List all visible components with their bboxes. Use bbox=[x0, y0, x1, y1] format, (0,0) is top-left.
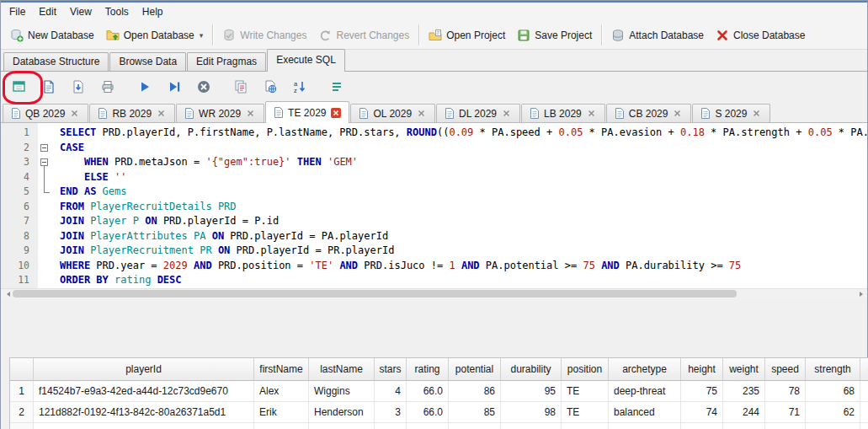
column-header-playerid[interactable]: playerId bbox=[34, 358, 254, 381]
row-number[interactable]: 1 bbox=[10, 381, 34, 402]
editor-horizontal-scrollbar[interactable] bbox=[1, 288, 867, 299]
cell-stars[interactable]: 4 bbox=[375, 381, 407, 402]
new-database-button[interactable]: New Database bbox=[5, 25, 99, 46]
execute-current-line-button[interactable] bbox=[162, 75, 187, 99]
column-header-weight[interactable]: weight bbox=[723, 358, 765, 381]
cell-durability[interactable]: 98 bbox=[501, 402, 562, 423]
row-number[interactable]: 2 bbox=[10, 402, 34, 423]
stop-button[interactable] bbox=[191, 75, 216, 99]
cell-evasion[interactable] bbox=[860, 381, 868, 402]
column-header-speed[interactable]: speed bbox=[765, 358, 806, 381]
sql-tab-ol-2029[interactable]: OL 2029 bbox=[350, 104, 435, 122]
open-database-dropdown-arrow-icon[interactable]: ▾ bbox=[200, 31, 204, 40]
code-line[interactable]: JOIN PlayerAttributes PA ON PRD.playerId… bbox=[60, 229, 867, 244]
column-header-stars[interactable]: stars bbox=[375, 358, 407, 381]
attach-database-button[interactable]: Attach Database bbox=[606, 25, 709, 46]
scrollbar-thumb[interactable] bbox=[13, 290, 737, 298]
tab-browse-data[interactable]: Browse Data bbox=[109, 52, 186, 71]
cell-weight[interactable]: 244 bbox=[723, 402, 765, 423]
close-tab-icon[interactable] bbox=[245, 108, 256, 119]
code-line[interactable]: ORDER BY rating DESC bbox=[60, 273, 867, 288]
close-tab-icon[interactable] bbox=[156, 108, 167, 119]
cell-speed[interactable]: 78 bbox=[765, 381, 806, 402]
cell-strength[interactable]: 62 bbox=[806, 402, 860, 423]
cell-height[interactable]: 75 bbox=[681, 381, 723, 402]
column-header-height[interactable]: height bbox=[681, 358, 723, 381]
code-line[interactable]: JOIN PlayerRecruitment PR ON PRD.playerI… bbox=[60, 244, 867, 259]
cell-speed[interactable]: 70 bbox=[765, 423, 806, 429]
column-header-evasion[interactable]: evasion bbox=[860, 358, 868, 381]
column-header-lastname[interactable]: lastName bbox=[309, 358, 375, 381]
column-header-position[interactable]: position bbox=[562, 358, 609, 381]
code-line[interactable]: SELECT PRD.playerId, P.firstName, P.last… bbox=[60, 126, 867, 141]
cell-firstname[interactable]: Erik bbox=[254, 402, 309, 423]
tab-edit-pragmas[interactable]: Edit Pragmas bbox=[187, 52, 266, 71]
sql-tab-s-2029[interactable]: S 2029 bbox=[692, 104, 770, 122]
code-line[interactable]: ELSE '' bbox=[60, 170, 867, 185]
menu-tools[interactable]: Tools bbox=[99, 3, 136, 21]
editor-code[interactable]: SELECT PRD.playerId, P.firstName, P.last… bbox=[53, 123, 867, 288]
code-line[interactable]: JOIN Player P ON PRD.playerId = P.id bbox=[60, 214, 867, 229]
show-log-button[interactable] bbox=[324, 75, 349, 99]
cell-potential[interactable]: 86 bbox=[449, 381, 501, 402]
column-header-durability[interactable]: durability bbox=[501, 358, 562, 381]
column-header-rating[interactable]: rating bbox=[407, 358, 449, 381]
cell-playerid[interactable]: 121d882f-0192-4f13-842c-80a26371a5d1 bbox=[34, 402, 254, 423]
close-tab-icon[interactable] bbox=[501, 108, 512, 119]
cell-rating[interactable]: 66.0 bbox=[407, 381, 449, 402]
column-header-archetype[interactable]: archetype bbox=[609, 358, 681, 381]
cell-archetype[interactable]: blocking bbox=[609, 423, 681, 429]
cell-stars[interactable]: 4 bbox=[375, 423, 407, 429]
save-project-button[interactable]: Save Project bbox=[512, 25, 597, 46]
sql-tab-lb-2029[interactable]: LB 2029 bbox=[521, 104, 605, 122]
cell-height[interactable]: 74 bbox=[681, 402, 723, 423]
close-tab-icon[interactable] bbox=[330, 107, 341, 118]
print-button[interactable] bbox=[95, 75, 120, 99]
fold-marker-icon[interactable] bbox=[40, 158, 48, 166]
open-database-button[interactable]: Open Database▾ bbox=[101, 25, 209, 46]
open-sql-file-button[interactable] bbox=[36, 75, 61, 99]
code-line[interactable]: CASE bbox=[60, 141, 867, 156]
cell-weight[interactable]: 248 bbox=[723, 423, 765, 429]
scroll-right-arrow-icon[interactable] bbox=[856, 290, 866, 298]
cell-rating[interactable]: 66.0 bbox=[407, 402, 449, 423]
sort-results-button[interactable]: az bbox=[287, 75, 312, 99]
sql-tab-cb-2029[interactable]: CB 2029 bbox=[606, 104, 692, 122]
cell-archetype[interactable]: deep-threat bbox=[609, 381, 681, 402]
menu-edit[interactable]: Edit bbox=[32, 3, 63, 21]
code-line[interactable]: WHEN PRD.metaJson = '{"gem":true}' THEN … bbox=[60, 155, 867, 170]
sql-tab-rb-2029[interactable]: RB 2029 bbox=[89, 104, 175, 122]
cell-strength[interactable]: 70 bbox=[806, 423, 860, 429]
scroll-left-arrow-icon[interactable] bbox=[2, 290, 12, 298]
new-sql-tab-button[interactable] bbox=[7, 75, 32, 99]
cell-potential[interactable]: 84 bbox=[449, 423, 501, 429]
code-line[interactable]: END AS Gems bbox=[60, 185, 867, 200]
cell-position[interactable]: TE bbox=[562, 402, 609, 423]
row-number[interactable]: 3 bbox=[10, 423, 34, 429]
column-header-firstname[interactable]: firstName bbox=[254, 358, 309, 381]
fold-marker-icon[interactable] bbox=[40, 144, 48, 152]
close-tab-icon[interactable] bbox=[751, 108, 762, 119]
cell-playerid[interactable]: 7ad26235-0f91-4c3d-8b1a-5e2d41c87f63 bbox=[34, 423, 254, 429]
open-project-button[interactable]: Open Project bbox=[423, 25, 510, 46]
cell-durability[interactable]: 95 bbox=[501, 381, 562, 402]
sql-tab-wr-2029[interactable]: WR 2029 bbox=[176, 104, 264, 122]
close-tab-icon[interactable] bbox=[69, 108, 80, 119]
cell-speed[interactable]: 71 bbox=[765, 402, 806, 423]
close-database-button[interactable]: Close Database bbox=[711, 25, 810, 46]
cell-strength[interactable]: 68 bbox=[806, 381, 860, 402]
menu-help[interactable]: Help bbox=[136, 3, 170, 21]
tab-database-structure[interactable]: Database Structure bbox=[3, 52, 109, 71]
cell-lastname[interactable]: Henderson bbox=[309, 402, 375, 423]
close-tab-icon[interactable] bbox=[416, 108, 427, 119]
cell-durability[interactable]: 93 bbox=[501, 423, 562, 429]
browse-results-button[interactable] bbox=[258, 75, 283, 99]
code-line[interactable]: FROM PlayerRecruitDetails PRD bbox=[60, 200, 867, 215]
sql-editor[interactable]: 1234567891011 SELECT PRD.playerId, P.fir… bbox=[1, 123, 867, 288]
close-tab-icon[interactable] bbox=[586, 108, 597, 119]
cell-stars[interactable]: 3 bbox=[375, 402, 407, 423]
execute-all-button[interactable] bbox=[132, 75, 157, 99]
cell-archetype[interactable]: balanced bbox=[609, 402, 681, 423]
close-tab-icon[interactable] bbox=[672, 108, 683, 119]
cell-lastname[interactable]: Wiggins bbox=[309, 381, 375, 402]
